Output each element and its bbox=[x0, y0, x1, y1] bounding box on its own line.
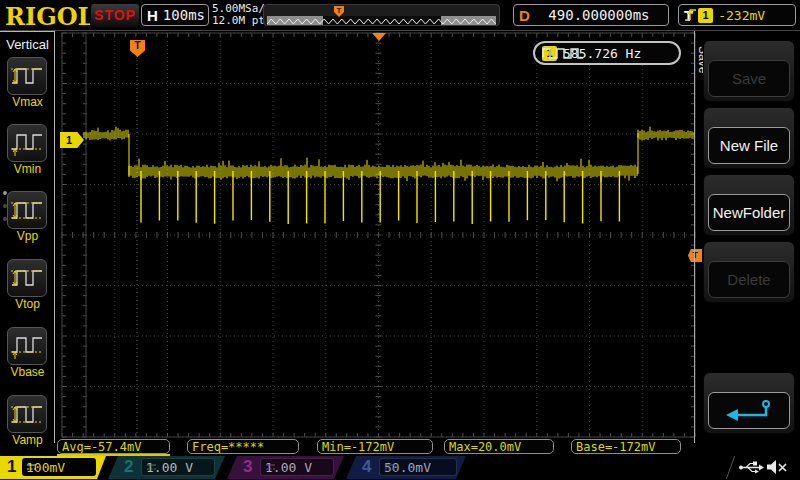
vbase-icon bbox=[8, 328, 46, 364]
left-menu-title: Vertical bbox=[0, 37, 55, 52]
channel4-number: 4 bbox=[362, 457, 371, 477]
screen-center-marker-icon bbox=[372, 33, 386, 41]
menu-new-file-button-label: New File bbox=[708, 127, 790, 164]
delay-readout: D 490.000000ms bbox=[513, 4, 669, 26]
dc-coupling-icon bbox=[26, 463, 37, 472]
measurement-min[interactable]: Min=-172mV bbox=[317, 439, 433, 454]
sidebar-item-vamp-label: Vamp bbox=[0, 433, 55, 447]
channel1-number: 1 bbox=[7, 457, 16, 477]
timebase-value: 100ms bbox=[163, 7, 205, 23]
sidebar-item-vtop[interactable] bbox=[7, 259, 47, 297]
trigger-source-chip: 1 bbox=[698, 8, 713, 23]
vpp-icon bbox=[8, 192, 46, 228]
return-arrow-icon bbox=[721, 398, 777, 424]
channel4-status[interactable]: 4 50.0mV bbox=[346, 456, 466, 479]
trigger-readout: T 1 -232mV bbox=[678, 4, 796, 26]
waveform-display bbox=[0, 0, 800, 480]
timebase-readout: H 100ms bbox=[141, 4, 209, 26]
measurement-max[interactable]: Max=20.0mV bbox=[444, 439, 554, 454]
rigol-logo: RIGOL bbox=[5, 2, 94, 31]
vtop-icon bbox=[8, 260, 46, 296]
vmax-icon bbox=[8, 58, 46, 94]
dc-coupling-icon bbox=[384, 463, 395, 472]
measurement-freq[interactable]: Freq=***** bbox=[187, 439, 299, 454]
sidebar-item-vbase-label: Vbase bbox=[0, 365, 55, 379]
delay-label: D bbox=[519, 7, 530, 24]
freq-counter-badge: 1 585.726 Hz bbox=[533, 41, 681, 65]
menu-delete-button[interactable]: Delete bbox=[703, 241, 795, 303]
topbar-divider bbox=[0, 30, 800, 31]
sidebar-item-vtop-label: Vtop bbox=[0, 297, 55, 311]
speaker-muted-icon bbox=[766, 459, 788, 475]
channel3-number: 3 bbox=[243, 457, 252, 477]
memory-waveform-icon bbox=[267, 16, 496, 25]
page-indicator-dot bbox=[3, 204, 7, 208]
channel2-number: 2 bbox=[124, 457, 133, 477]
square-wave-icon bbox=[542, 47, 584, 60]
trigger-level-value: -232mV bbox=[718, 8, 765, 23]
menu-back-button[interactable] bbox=[703, 372, 795, 434]
menu-delete-button-label: Delete bbox=[708, 261, 790, 298]
sidebar-item-vmin[interactable] bbox=[7, 124, 47, 162]
oscilloscope-screen: RIGOL STOP H 100ms 5.00MSa/s 12.0M pts T… bbox=[0, 0, 800, 480]
menu-new-folder-button[interactable]: NewFolder bbox=[703, 174, 795, 236]
vamp-icon bbox=[8, 396, 46, 432]
page-indicator-dot bbox=[3, 217, 7, 221]
sidebar-item-vmax[interactable] bbox=[7, 57, 47, 95]
channel1-status[interactable]: 1 100mV bbox=[0, 456, 106, 479]
timebase-label: H bbox=[147, 7, 158, 24]
sidebar-item-vamp[interactable] bbox=[7, 395, 47, 433]
channel3-status[interactable]: 3 1.00 V bbox=[227, 456, 344, 479]
menu-save-button-label: Save bbox=[708, 60, 790, 97]
trigger-level-marker-icon[interactable]: T bbox=[688, 249, 702, 262]
delay-value: 490.000000ms bbox=[535, 7, 663, 23]
sidebar-item-vmax-label: Vmax bbox=[0, 95, 55, 109]
channel2-status[interactable]: 2 1.00 V bbox=[108, 456, 225, 479]
usb-icon bbox=[738, 460, 764, 475]
sidebar-item-vpp-label: Vpp bbox=[0, 229, 55, 243]
run-state-badge[interactable]: STOP bbox=[90, 3, 140, 28]
right-menu-divider bbox=[694, 31, 695, 443]
menu-save-button[interactable]: Save bbox=[703, 40, 795, 102]
measurement-base[interactable]: Base=-172mV bbox=[571, 439, 681, 454]
trigger-slope-icon bbox=[684, 8, 697, 23]
sidebar-item-vpp[interactable] bbox=[7, 191, 47, 229]
measurement-highlight-underline bbox=[57, 454, 170, 456]
menu-new-file-button[interactable]: New File bbox=[703, 107, 795, 169]
dc-coupling-icon bbox=[146, 463, 157, 472]
menu-new-folder-button-label: NewFolder bbox=[708, 194, 790, 231]
page-indicator-dot bbox=[3, 191, 7, 195]
measurement-avg[interactable]: Avg=-57.4mV bbox=[57, 439, 170, 454]
vmin-icon bbox=[8, 125, 46, 161]
dc-coupling-icon bbox=[265, 463, 276, 472]
memory-preview-bar: T bbox=[263, 4, 500, 26]
sidebar-item-vmin-label: Vmin bbox=[0, 162, 55, 176]
sidebar-item-vbase[interactable] bbox=[7, 327, 47, 365]
